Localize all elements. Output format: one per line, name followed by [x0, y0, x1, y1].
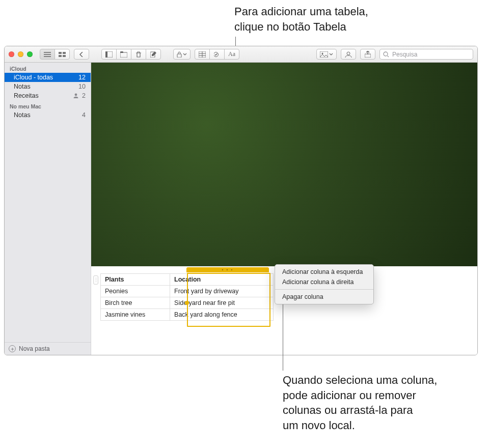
svg-rect-5	[105, 51, 107, 58]
plus-icon: ＋	[9, 345, 16, 352]
table-cell[interactable]: Back yard along fence	[170, 309, 274, 321]
table-cell[interactable]: Jasmine vines	[101, 309, 170, 321]
svg-point-13	[322, 52, 323, 54]
column-context-menu: Adicionar coluna à esquerda Adicionar co…	[275, 264, 374, 304]
sidebar-item-label: Notas	[14, 111, 31, 119]
view-mode-group	[40, 49, 70, 60]
chevron-left-icon	[79, 52, 84, 57]
list-icon	[44, 52, 51, 57]
table-row[interactable]: Plants Location	[101, 274, 274, 286]
share-icon	[365, 51, 371, 58]
sidebar: iCloud iCloud - todas 12 Notas 10 Receit…	[5, 63, 91, 355]
note-content: ⋮ • • • Plants Location	[91, 266, 477, 328]
photo-icon	[320, 51, 328, 58]
sidebar-item-label: Notas	[14, 83, 31, 90]
compose-icon	[150, 51, 156, 58]
shared-icon	[73, 93, 79, 99]
menu-item-delete-col[interactable]: Apagar coluna	[275, 292, 373, 302]
search-input[interactable]	[391, 50, 470, 59]
table-row[interactable]: Peonies Front yard by driveway	[101, 286, 274, 297]
sidebar-item-local-notas[interactable]: Notas 4	[5, 110, 91, 120]
row-handle[interactable]: ⋮	[93, 275, 98, 285]
callout-top: Para adicionar uma tabela, clique no bot…	[234, 4, 368, 34]
window-body: iCloud iCloud - todas 12 Notas 10 Receit…	[5, 63, 477, 355]
sidebar-section-header: No meu Mac	[5, 100, 91, 110]
search-icon	[383, 51, 389, 58]
checklist-icon	[214, 51, 221, 58]
svg-point-16	[384, 52, 388, 56]
note-editor[interactable]: ⋮ • • • Plants Location	[91, 63, 477, 355]
format-button[interactable]: Aa	[224, 49, 239, 60]
gallery-view-button[interactable]	[55, 49, 70, 60]
svg-rect-6	[120, 52, 127, 58]
table-header[interactable]: Location	[170, 274, 274, 286]
toolbar: Aa	[5, 46, 477, 63]
note-table[interactable]: Plants Location Peonies Front yard by dr…	[100, 273, 274, 321]
svg-point-17	[75, 94, 77, 96]
svg-rect-9	[177, 54, 181, 58]
svg-rect-2	[59, 55, 62, 57]
sidebar-item-receitas[interactable]: Receitas 2	[5, 91, 91, 100]
folder-button[interactable]	[116, 49, 131, 60]
chevron-down-icon	[329, 53, 333, 56]
selection-anchor[interactable]	[185, 301, 189, 305]
menu-item-add-col-right[interactable]: Adicionar coluna à direita	[275, 277, 373, 287]
sidebar-item-icloud-all[interactable]: iCloud - todas 12	[5, 73, 91, 82]
back-button[interactable]	[74, 49, 89, 60]
sidebar-item-count: 4	[82, 111, 86, 119]
table-cell[interactable]: Birch tree	[101, 297, 170, 309]
trash-icon	[135, 51, 142, 58]
lock-button[interactable]	[173, 49, 191, 60]
notes-window: Aa iCloud	[4, 46, 478, 355]
zoom-window-button[interactable]	[27, 51, 33, 57]
note-actions-group	[101, 49, 161, 60]
delete-button[interactable]	[131, 49, 146, 60]
attachments-button[interactable]	[101, 49, 117, 60]
insert-group: Aa	[195, 49, 239, 60]
note-image	[91, 63, 477, 266]
svg-rect-15	[365, 54, 371, 58]
new-folder-button[interactable]: ＋ Nova pasta	[5, 342, 91, 355]
sidebar-item-notas[interactable]: Notas 10	[5, 82, 91, 91]
traffic-lights	[9, 51, 33, 57]
column-handle[interactable]: • • •	[186, 267, 269, 272]
minimize-window-button[interactable]	[18, 51, 23, 57]
search-field[interactable]	[379, 49, 473, 60]
svg-rect-7	[120, 51, 123, 53]
sidebar-item-count: 12	[78, 74, 86, 81]
callout-line-bottom	[283, 303, 283, 371]
note-table-wrap: ⋮ • • • Plants Location	[100, 273, 274, 321]
table-row[interactable]: Jasmine vines Back yard along fence	[101, 309, 274, 321]
svg-rect-3	[63, 55, 66, 57]
menu-item-add-col-left[interactable]: Adicionar coluna à esquerda	[275, 267, 373, 277]
table-header[interactable]: Plants	[101, 274, 170, 286]
svg-rect-0	[59, 52, 62, 54]
callout-bottom: Quando seleciona uma coluna, pode adicio…	[283, 373, 437, 433]
chevron-down-icon	[183, 53, 187, 56]
format-icon: Aa	[228, 50, 235, 58]
table-button[interactable]	[195, 49, 210, 60]
new-note-button[interactable]	[146, 49, 161, 60]
checklist-button[interactable]	[209, 49, 225, 60]
svg-point-14	[347, 52, 350, 55]
menu-separator	[275, 289, 373, 290]
new-folder-label: Nova pasta	[19, 345, 50, 352]
close-window-button[interactable]	[9, 51, 14, 57]
people-icon	[345, 51, 352, 58]
sidebar-section-header: iCloud	[5, 63, 91, 73]
sidebar-item-count: 10	[78, 83, 86, 90]
sidebar-item-label: iCloud - todas	[14, 74, 53, 81]
share-button[interactable]	[360, 49, 375, 60]
panel-icon	[105, 51, 113, 58]
table-cell[interactable]: Peonies	[101, 286, 170, 297]
svg-rect-12	[320, 51, 328, 58]
folder-icon	[120, 51, 127, 58]
sidebar-item-label: Receitas	[14, 92, 39, 99]
table-cell[interactable]: Front yard by driveway	[170, 286, 274, 297]
svg-rect-1	[63, 52, 66, 54]
table-icon	[199, 51, 206, 58]
list-view-button[interactable]	[40, 49, 55, 60]
collaborate-button[interactable]	[341, 49, 356, 60]
media-button[interactable]	[316, 49, 337, 60]
grid-icon	[59, 52, 66, 57]
